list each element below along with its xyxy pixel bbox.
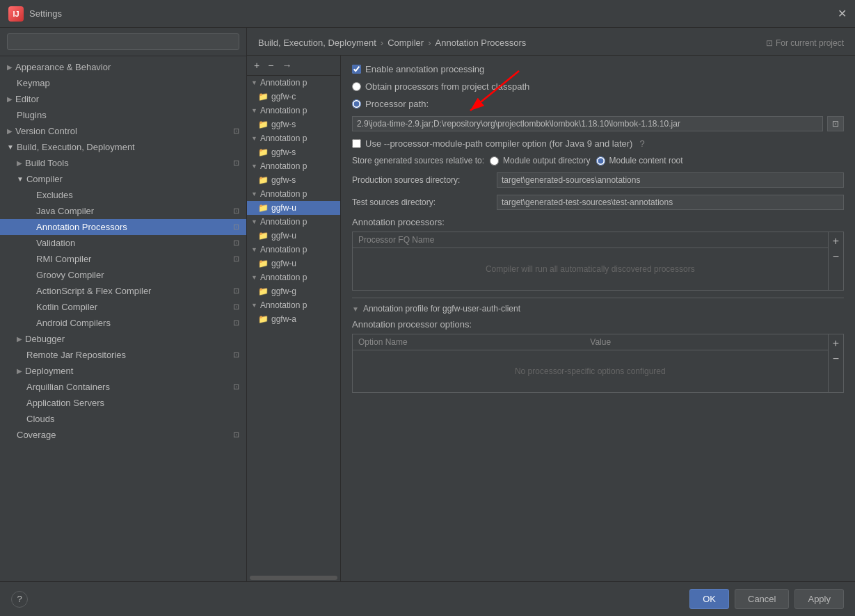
config-icon-android: ⊡ [233, 318, 239, 327]
sidebar-tree: ▶ Appearance & Behavior Keymap ▶ Editor … [0, 56, 246, 581]
sidebar-item-android[interactable]: Android Compilers ⊡ [0, 315, 246, 331]
cancel-button[interactable]: Cancel [735, 589, 789, 609]
list-item[interactable]: 📁 ggfw-s [247, 117, 340, 131]
annotation-options-title: Annotation processor options: [352, 319, 844, 330]
module-path-checkbox[interactable] [352, 139, 361, 148]
list-item[interactable]: ▼ Annotation p [247, 215, 340, 229]
help-button[interactable]: ? [11, 591, 28, 608]
sidebar-item-excludes[interactable]: Excludes [0, 187, 246, 203]
close-button[interactable]: ✕ [838, 7, 847, 20]
module-output-radio-label[interactable]: Module output directory [490, 156, 590, 165]
list-item[interactable]: ▼ Annotation p [247, 298, 340, 312]
annotation-processors-section-title: Annotation processors: [352, 217, 844, 227]
apply-button[interactable]: Apply [794, 589, 844, 609]
options-add-button[interactable]: + [830, 336, 842, 351]
store-row: Store generated sources relative to: Mod… [352, 156, 844, 165]
ok-button[interactable]: OK [689, 589, 729, 609]
config-icon-kotlin: ⊡ [233, 302, 239, 311]
list-item[interactable]: 📁 ggfw-u [247, 257, 340, 270]
scrollbar[interactable] [250, 576, 337, 580]
sidebar-item-annotation-processors[interactable]: Annotation Processors ⊡ [0, 219, 246, 235]
list-item[interactable]: ▼ Annotation p [247, 270, 340, 284]
expand-arrow-vc: ▶ [7, 127, 13, 135]
sidebar-item-debugger[interactable]: ▶ Debugger [0, 331, 246, 347]
test-sources-input[interactable] [497, 195, 844, 210]
processor-path-radio[interactable] [352, 99, 361, 108]
profile-arrow: ▼ [251, 135, 257, 142]
sidebar-item-build-tools[interactable]: ▶ Build Tools ⊡ [0, 155, 246, 171]
list-item[interactable]: 📁 ggfw-u [247, 201, 340, 215]
list-item[interactable]: 📁 ggfw-g [247, 284, 340, 298]
list-item[interactable]: ▼ Annotation p [247, 104, 340, 117]
sidebar-item-coverage[interactable]: Coverage ⊡ [0, 427, 246, 443]
list-item[interactable]: 📁 ggfw-s [247, 173, 340, 187]
content-root-radio[interactable] [596, 156, 605, 165]
obtain-radio[interactable] [352, 82, 361, 91]
sidebar-item-java-compiler[interactable]: Java Compiler ⊡ [0, 203, 246, 219]
list-item[interactable]: ▼ Annotation p [247, 187, 340, 201]
folder-icon: 📁 [258, 147, 269, 157]
list-item[interactable]: ▼ Annotation p [247, 76, 340, 90]
sidebar-item-version-control[interactable]: ▶ Version Control ⊡ [0, 123, 246, 139]
help-circle-icon: ? [639, 138, 644, 149]
search-input[interactable] [7, 33, 239, 50]
move-profile-button[interactable]: → [279, 58, 294, 72]
sidebar-item-build-execution[interactable]: ▼ Build, Execution, Deployment [0, 139, 246, 155]
option-name-col: Option Name [358, 337, 590, 347]
annotation-profile-header: ▼ Annotation profile for ggfw-user-auth-… [352, 304, 844, 314]
table-add-button[interactable]: + [830, 234, 842, 249]
sidebar-label-groovy: Groovy Compiler [36, 270, 104, 280]
sidebar-label-java-compiler: Java Compiler [36, 206, 94, 216]
content-root-radio-label[interactable]: Module content root [596, 156, 683, 165]
list-item[interactable]: 📁 ggfw-s [247, 145, 340, 159]
options-remove-button[interactable]: − [830, 351, 842, 366]
expand-arrow-editor: ▶ [7, 95, 13, 103]
sidebar-item-clouds[interactable]: Clouds [0, 411, 246, 427]
enable-checkbox-label[interactable]: Enable annotation processing [352, 64, 484, 74]
path-input[interactable] [352, 116, 823, 131]
sidebar-item-deployment[interactable]: ▶ Deployment [0, 363, 246, 379]
sidebar-item-app-servers[interactable]: Application Servers [0, 395, 246, 411]
obtain-radio-label[interactable]: Obtain processors from project classpath [352, 81, 529, 92]
sidebar-item-editor[interactable]: ▶ Editor [0, 91, 246, 107]
config-icon-validation: ⊡ [233, 238, 239, 248]
sidebar-item-groovy[interactable]: Groovy Compiler [0, 267, 246, 283]
sidebar-item-remote-jar[interactable]: Remote Jar Repositories ⊡ [0, 347, 246, 363]
profile-item-label: Annotation p [260, 189, 307, 199]
profile-item-label: Annotation p [260, 78, 307, 88]
enable-checkbox[interactable] [352, 65, 361, 74]
settings-window: IJ Settings ✕ ▶ Appearance & Behavior Ke… [0, 0, 855, 616]
processor-path-radio-label[interactable]: Processor path: [352, 99, 429, 109]
sidebar-item-keymap[interactable]: Keymap [0, 75, 246, 91]
list-item[interactable]: ▼ Annotation p [247, 131, 340, 145]
project-icon: ⊡ [766, 38, 773, 48]
module-path-label[interactable]: Use --processor-module-path compiler opt… [352, 138, 645, 149]
sidebar-label-rmi: RMI Compiler [36, 254, 91, 264]
sidebar-item-appearance[interactable]: ▶ Appearance & Behavior [0, 59, 246, 75]
add-profile-button[interactable]: + [251, 58, 262, 72]
sidebar-item-arquillian[interactable]: Arquillian Containers ⊡ [0, 379, 246, 395]
module-output-radio[interactable] [490, 156, 499, 165]
store-label: Store generated sources relative to: [352, 156, 484, 165]
list-item[interactable]: 📁 ggfw-a [247, 312, 340, 326]
production-sources-input[interactable] [497, 172, 844, 188]
table-remove-button[interactable]: − [830, 249, 842, 264]
profile-sub-label: ggfw-s [271, 147, 296, 157]
list-item[interactable]: ▼ Annotation p [247, 243, 340, 257]
sidebar-item-validation[interactable]: Validation ⊡ [0, 235, 246, 251]
browse-button[interactable]: ⊡ [827, 116, 844, 131]
sidebar-item-kotlin[interactable]: Kotlin Compiler ⊡ [0, 299, 246, 315]
breadcrumb-part3: Annotation Processors [436, 38, 527, 48]
two-pane: + − → ▼ Annotation p 📁 ggfw-c [247, 56, 855, 581]
list-item[interactable]: ▼ Annotation p [247, 159, 340, 173]
config-icon-vc: ⊡ [233, 127, 239, 136]
sidebar-item-actionscript[interactable]: ActionScript & Flex Compiler ⊡ [0, 283, 246, 299]
config-icon-remote: ⊡ [233, 350, 239, 359]
sidebar-item-rmi[interactable]: RMI Compiler ⊡ [0, 251, 246, 267]
list-item[interactable]: 📁 ggfw-u [247, 229, 340, 243]
list-item[interactable]: 📁 ggfw-c [247, 90, 340, 104]
remove-profile-button[interactable]: − [265, 58, 276, 72]
sidebar-item-compiler[interactable]: ▼ Compiler [0, 171, 246, 187]
config-icon-rmi: ⊡ [233, 254, 239, 264]
sidebar-item-plugins[interactable]: Plugins [0, 107, 246, 123]
